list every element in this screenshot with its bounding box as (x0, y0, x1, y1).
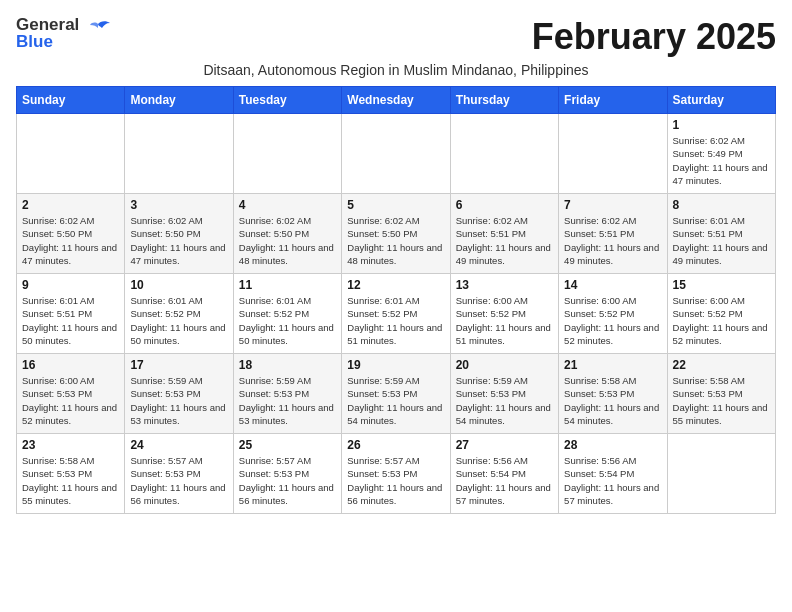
calendar-cell (233, 114, 341, 194)
day-number: 16 (22, 358, 119, 372)
day-number: 2 (22, 198, 119, 212)
calendar-cell: 2Sunrise: 6:02 AMSunset: 5:50 PMDaylight… (17, 194, 125, 274)
calendar-cell: 27Sunrise: 5:56 AMSunset: 5:54 PMDayligh… (450, 434, 558, 514)
day-of-week-header: Thursday (450, 87, 558, 114)
day-info: Sunrise: 6:00 AMSunset: 5:52 PMDaylight:… (673, 294, 770, 347)
day-info: Sunrise: 5:58 AMSunset: 5:53 PMDaylight:… (564, 374, 661, 427)
calendar-cell: 21Sunrise: 5:58 AMSunset: 5:53 PMDayligh… (559, 354, 667, 434)
calendar-cell: 6Sunrise: 6:02 AMSunset: 5:51 PMDaylight… (450, 194, 558, 274)
day-number: 20 (456, 358, 553, 372)
day-number: 8 (673, 198, 770, 212)
day-of-week-header: Saturday (667, 87, 775, 114)
calendar-cell: 25Sunrise: 5:57 AMSunset: 5:53 PMDayligh… (233, 434, 341, 514)
logo-general: General (16, 16, 79, 33)
day-number: 28 (564, 438, 661, 452)
day-info: Sunrise: 6:02 AMSunset: 5:50 PMDaylight:… (130, 214, 227, 267)
day-info: Sunrise: 5:59 AMSunset: 5:53 PMDaylight:… (347, 374, 444, 427)
day-info: Sunrise: 6:02 AMSunset: 5:51 PMDaylight:… (564, 214, 661, 267)
day-number: 6 (456, 198, 553, 212)
day-info: Sunrise: 5:59 AMSunset: 5:53 PMDaylight:… (456, 374, 553, 427)
day-info: Sunrise: 5:59 AMSunset: 5:53 PMDaylight:… (130, 374, 227, 427)
calendar-cell (125, 114, 233, 194)
calendar-cell: 13Sunrise: 6:00 AMSunset: 5:52 PMDayligh… (450, 274, 558, 354)
calendar-cell: 12Sunrise: 6:01 AMSunset: 5:52 PMDayligh… (342, 274, 450, 354)
calendar-cell: 19Sunrise: 5:59 AMSunset: 5:53 PMDayligh… (342, 354, 450, 434)
logo: General Blue (16, 16, 112, 50)
calendar-cell: 14Sunrise: 6:00 AMSunset: 5:52 PMDayligh… (559, 274, 667, 354)
day-number: 10 (130, 278, 227, 292)
day-info: Sunrise: 6:00 AMSunset: 5:53 PMDaylight:… (22, 374, 119, 427)
calendar-cell: 8Sunrise: 6:01 AMSunset: 5:51 PMDaylight… (667, 194, 775, 274)
calendar-cell: 7Sunrise: 6:02 AMSunset: 5:51 PMDaylight… (559, 194, 667, 274)
calendar-cell (450, 114, 558, 194)
day-number: 18 (239, 358, 336, 372)
day-info: Sunrise: 6:02 AMSunset: 5:49 PMDaylight:… (673, 134, 770, 187)
calendar-cell: 20Sunrise: 5:59 AMSunset: 5:53 PMDayligh… (450, 354, 558, 434)
calendar-cell: 10Sunrise: 6:01 AMSunset: 5:52 PMDayligh… (125, 274, 233, 354)
day-number: 26 (347, 438, 444, 452)
calendar-cell (17, 114, 125, 194)
day-number: 25 (239, 438, 336, 452)
day-number: 7 (564, 198, 661, 212)
day-number: 9 (22, 278, 119, 292)
calendar-table: SundayMondayTuesdayWednesdayThursdayFrid… (16, 86, 776, 514)
month-title: February 2025 (532, 16, 776, 58)
day-of-week-header: Wednesday (342, 87, 450, 114)
calendar-cell: 1Sunrise: 6:02 AMSunset: 5:49 PMDaylight… (667, 114, 775, 194)
day-info: Sunrise: 5:58 AMSunset: 5:53 PMDaylight:… (22, 454, 119, 507)
day-info: Sunrise: 6:01 AMSunset: 5:52 PMDaylight:… (130, 294, 227, 347)
calendar-cell (559, 114, 667, 194)
calendar-cell: 17Sunrise: 5:59 AMSunset: 5:53 PMDayligh… (125, 354, 233, 434)
day-info: Sunrise: 6:02 AMSunset: 5:50 PMDaylight:… (22, 214, 119, 267)
day-info: Sunrise: 6:02 AMSunset: 5:50 PMDaylight:… (347, 214, 444, 267)
day-info: Sunrise: 6:01 AMSunset: 5:51 PMDaylight:… (673, 214, 770, 267)
day-info: Sunrise: 5:56 AMSunset: 5:54 PMDaylight:… (456, 454, 553, 507)
day-number: 24 (130, 438, 227, 452)
day-number: 11 (239, 278, 336, 292)
calendar-cell: 4Sunrise: 6:02 AMSunset: 5:50 PMDaylight… (233, 194, 341, 274)
logo-bird-icon (84, 20, 112, 42)
calendar-cell (667, 434, 775, 514)
day-number: 27 (456, 438, 553, 452)
day-number: 22 (673, 358, 770, 372)
calendar-cell: 26Sunrise: 5:57 AMSunset: 5:53 PMDayligh… (342, 434, 450, 514)
day-info: Sunrise: 6:00 AMSunset: 5:52 PMDaylight:… (564, 294, 661, 347)
day-of-week-header: Sunday (17, 87, 125, 114)
day-number: 3 (130, 198, 227, 212)
day-of-week-header: Monday (125, 87, 233, 114)
day-number: 1 (673, 118, 770, 132)
calendar-cell: 15Sunrise: 6:00 AMSunset: 5:52 PMDayligh… (667, 274, 775, 354)
day-of-week-header: Friday (559, 87, 667, 114)
day-number: 15 (673, 278, 770, 292)
day-info: Sunrise: 5:57 AMSunset: 5:53 PMDaylight:… (130, 454, 227, 507)
day-info: Sunrise: 6:00 AMSunset: 5:52 PMDaylight:… (456, 294, 553, 347)
calendar-cell: 11Sunrise: 6:01 AMSunset: 5:52 PMDayligh… (233, 274, 341, 354)
day-info: Sunrise: 5:57 AMSunset: 5:53 PMDaylight:… (239, 454, 336, 507)
day-info: Sunrise: 5:59 AMSunset: 5:53 PMDaylight:… (239, 374, 336, 427)
day-number: 21 (564, 358, 661, 372)
calendar-cell: 9Sunrise: 6:01 AMSunset: 5:51 PMDaylight… (17, 274, 125, 354)
location-title: Ditsaan, Autonomous Region in Muslim Min… (16, 62, 776, 78)
day-info: Sunrise: 6:01 AMSunset: 5:51 PMDaylight:… (22, 294, 119, 347)
day-info: Sunrise: 5:58 AMSunset: 5:53 PMDaylight:… (673, 374, 770, 427)
day-number: 17 (130, 358, 227, 372)
calendar-cell: 28Sunrise: 5:56 AMSunset: 5:54 PMDayligh… (559, 434, 667, 514)
day-info: Sunrise: 6:01 AMSunset: 5:52 PMDaylight:… (347, 294, 444, 347)
day-of-week-header: Tuesday (233, 87, 341, 114)
calendar-cell: 24Sunrise: 5:57 AMSunset: 5:53 PMDayligh… (125, 434, 233, 514)
day-info: Sunrise: 6:02 AMSunset: 5:50 PMDaylight:… (239, 214, 336, 267)
day-number: 12 (347, 278, 444, 292)
calendar-cell: 18Sunrise: 5:59 AMSunset: 5:53 PMDayligh… (233, 354, 341, 434)
day-number: 14 (564, 278, 661, 292)
day-info: Sunrise: 5:57 AMSunset: 5:53 PMDaylight:… (347, 454, 444, 507)
day-info: Sunrise: 5:56 AMSunset: 5:54 PMDaylight:… (564, 454, 661, 507)
calendar-cell: 3Sunrise: 6:02 AMSunset: 5:50 PMDaylight… (125, 194, 233, 274)
calendar-cell: 16Sunrise: 6:00 AMSunset: 5:53 PMDayligh… (17, 354, 125, 434)
day-info: Sunrise: 6:02 AMSunset: 5:51 PMDaylight:… (456, 214, 553, 267)
calendar-cell: 23Sunrise: 5:58 AMSunset: 5:53 PMDayligh… (17, 434, 125, 514)
day-number: 5 (347, 198, 444, 212)
day-number: 4 (239, 198, 336, 212)
calendar-cell (342, 114, 450, 194)
calendar-cell: 5Sunrise: 6:02 AMSunset: 5:50 PMDaylight… (342, 194, 450, 274)
calendar-cell: 22Sunrise: 5:58 AMSunset: 5:53 PMDayligh… (667, 354, 775, 434)
